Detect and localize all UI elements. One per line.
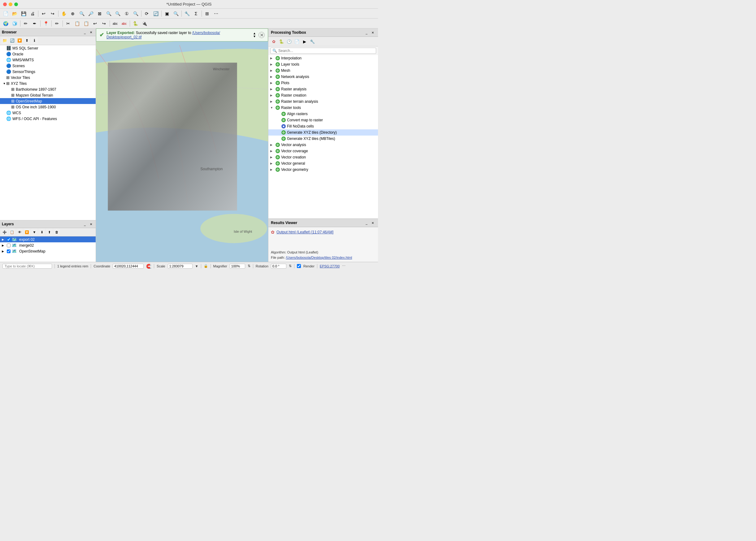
zoom-layer-button[interactable]: 🔍	[113, 9, 122, 18]
layer-item-merge02[interactable]: ▶🗺️merge02	[0, 242, 96, 248]
browser-item-wcs[interactable]: 🌐WCS	[0, 110, 96, 116]
redo-button[interactable]: ↪	[48, 9, 57, 18]
edit-features-button[interactable]: ✏	[53, 19, 61, 28]
pan-to-selection-button[interactable]: ⊕	[68, 9, 77, 18]
proc-arrow-rastercreation[interactable]: ▶	[270, 94, 275, 97]
proc-arrow-rastertools[interactable]: ▼	[270, 106, 275, 109]
maximize-button[interactable]	[14, 2, 18, 6]
show-all-layers-button[interactable]: 👁	[16, 229, 23, 236]
proc-item-vectoranalysis[interactable]: ▶✿Vector analysis	[269, 142, 378, 148]
browser-item-bartholomew[interactable]: ⊞Bartholomew 1897-1907	[0, 86, 96, 92]
filter-layers2-button[interactable]: ▼	[31, 229, 38, 236]
browser-item-scenes[interactable]: 🔵Scenes	[0, 63, 96, 69]
pan-sync-button[interactable]: ⟳	[142, 9, 151, 18]
select-features-button[interactable]: ▣	[163, 9, 171, 18]
proc-arrow-mesh[interactable]: ▶	[270, 69, 275, 72]
browser-item-mssql[interactable]: 🗄️MS SQL Server	[0, 45, 96, 51]
processing-close-icon[interactable]: ✕	[370, 30, 376, 35]
proc-item-plots[interactable]: ▶✿Plots	[269, 80, 378, 86]
tile-views-button[interactable]: ⊞	[203, 9, 212, 18]
proc-item-alignrasters[interactable]: ✿Align rasters	[269, 111, 378, 117]
undo2-button[interactable]: ↩	[91, 19, 99, 28]
close-button[interactable]	[3, 2, 7, 6]
processing-search-input[interactable]	[278, 49, 374, 53]
browser-add-button[interactable]: 📁	[1, 37, 8, 44]
proc-item-fillnodata[interactable]: ■Fill NoData cells	[269, 123, 378, 129]
locate-input[interactable]	[2, 264, 52, 269]
browser-info-button[interactable]: ℹ	[31, 37, 38, 44]
browser-item-wfs[interactable]: 🌐WFS / OGC API - Features	[0, 116, 96, 122]
proc-item-networkanalysis[interactable]: ▶✿Network analysis	[269, 74, 378, 80]
proc-item-genxyztiles_dir[interactable]: ✿Generate XYZ tiles (Directory)	[269, 129, 378, 136]
python-button[interactable]: 🐍	[131, 19, 140, 28]
layers-close-icon[interactable]: ✕	[88, 221, 94, 227]
remove-layer-button[interactable]: 🗑	[53, 229, 60, 236]
minimize-button[interactable]	[9, 2, 12, 6]
move-layer-down-button[interactable]: ⬇	[38, 229, 45, 236]
magnifier-input[interactable]	[230, 264, 245, 269]
results-minimize-icon[interactable]: _	[364, 220, 369, 226]
proc-arrow-vectorgeneral[interactable]: ▶	[270, 162, 275, 165]
browser-filter-button[interactable]: 🔽	[16, 37, 23, 44]
scale-dropdown-icon[interactable]: ▼	[195, 264, 199, 268]
magnifier-stepper[interactable]: ⇅	[248, 264, 251, 268]
layer-arrow-openstreetmap[interactable]: ▶	[2, 250, 6, 253]
results-close-icon[interactable]: ✕	[370, 220, 376, 226]
proc-arrow-vectoranalysis[interactable]: ▶	[270, 143, 275, 146]
cut-button[interactable]: ✂	[64, 19, 72, 28]
zoom-full-button[interactable]: ⊠	[95, 9, 104, 18]
layer-item-export02[interactable]: ▶🗺️export 02	[0, 237, 96, 242]
plugin-button[interactable]: 🔌	[140, 19, 149, 28]
layers-minimize-icon[interactable]: _	[82, 221, 88, 227]
status-info-icon[interactable]: ⋯	[342, 264, 346, 268]
proc-arrow-interpolation[interactable]: ▶	[270, 57, 275, 60]
zoom-out-button[interactable]: 🔎	[86, 9, 95, 18]
proc-item-rasterterrainanalysis[interactable]: ▶✿Raster terrain analysis	[269, 98, 378, 105]
vertex-tool-button[interactable]: 📍	[42, 19, 50, 28]
proc-item-vectorcoverage[interactable]: ▶✿Vector coverage	[269, 148, 378, 154]
scale-input[interactable]	[168, 264, 193, 269]
add-layer-button[interactable]: ➕	[1, 229, 8, 236]
3d-map-button[interactable]: 🧊	[10, 19, 19, 28]
processing-results-icon[interactable]: 📄	[294, 38, 300, 45]
open-field-calc-button[interactable]: 🔧	[183, 9, 191, 18]
proc-item-genxyztiles_mbt[interactable]: ✿Generate XYZ tiles (MBTiles)	[269, 136, 378, 142]
rotation-stepper[interactable]: ⇅	[289, 264, 292, 268]
layer-checkbox-merge02[interactable]	[7, 244, 11, 247]
browser-refresh-button[interactable]: 🔄	[9, 37, 15, 44]
browser-collapse-button[interactable]: ⬆	[24, 37, 30, 44]
proc-arrow-vectorcoverage[interactable]: ▶	[270, 150, 275, 153]
copy-button[interactable]: 📋	[73, 19, 81, 28]
paste-button[interactable]: 📋	[82, 19, 90, 28]
browser-item-wms[interactable]: 🌐WMS/WMTS	[0, 57, 96, 63]
open-project-button[interactable]: 📂	[10, 9, 19, 18]
processing-search-box[interactable]: 🔍	[270, 48, 376, 54]
notif-scroll-down[interactable]: ▼	[253, 35, 256, 38]
digitize-button[interactable]: 🌍	[1, 19, 10, 28]
tree-arrow-xyztiles[interactable]: ▼	[2, 82, 6, 85]
add-vector-button[interactable]: 📋	[9, 229, 15, 236]
layer-checkbox-export02[interactable]	[7, 238, 11, 242]
filter-layers-button[interactable]: 🔽	[24, 229, 30, 236]
proc-item-vectorgeneral[interactable]: ▶✿Vector general	[269, 160, 378, 167]
proc-item-vectorgeometry[interactable]: ▶✿Vector geometry	[269, 167, 378, 173]
proc-arrow-rasteranalysis[interactable]: ▶	[270, 88, 275, 91]
proc-arrow-plots[interactable]: ▶	[270, 81, 275, 85]
layer-checkbox-openstreetmap[interactable]	[7, 250, 11, 253]
proc-item-rasteranalysis[interactable]: ▶✿Raster analysis	[269, 86, 378, 92]
zoom-in-button[interactable]: 🔍	[77, 9, 86, 18]
processing-python-icon[interactable]: 🐍	[278, 38, 285, 45]
undo-button[interactable]: ↩	[39, 9, 48, 18]
proc-item-vectorcreation[interactable]: ▶✿Vector creation	[269, 154, 378, 160]
browser-item-osoneinch[interactable]: ⊞OS One inch 1885-1900	[0, 104, 96, 110]
layer-arrow-export02[interactable]: ▶	[2, 238, 6, 241]
filepath-link[interactable]: /Users/bobosola/Desktop/tiles 02/index.h…	[286, 256, 352, 260]
save-project-button[interactable]: 💾	[19, 9, 28, 18]
more-tools-button[interactable]: ⋯	[212, 9, 221, 18]
proc-item-mesh[interactable]: ▶✿Mesh	[269, 68, 378, 74]
results-item-link[interactable]: Output html (Leaflet) [11:07:46AM]	[277, 230, 334, 234]
new-project-button[interactable]: 📄	[1, 9, 10, 18]
zoom-native-button[interactable]: ①	[122, 9, 131, 18]
processing-settings-icon[interactable]: ✿	[270, 38, 277, 45]
proc-arrow-layertools[interactable]: ▶	[270, 63, 275, 66]
